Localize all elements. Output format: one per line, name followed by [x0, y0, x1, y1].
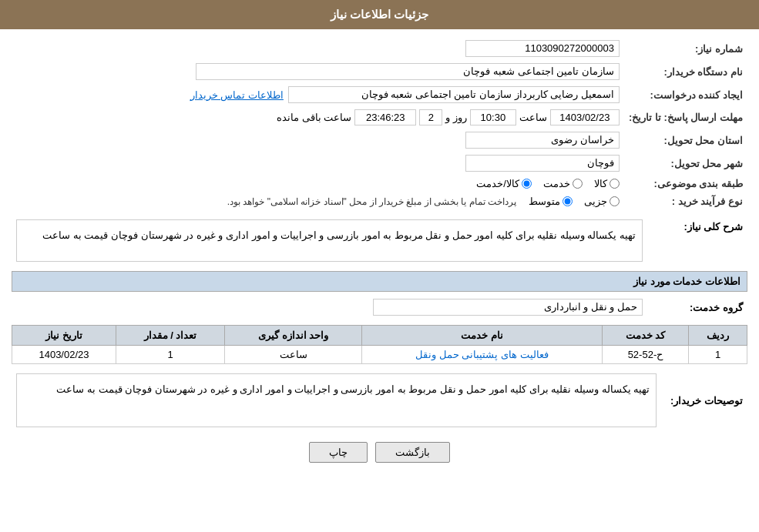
tabaqe-group: کالا خدمت کالا/خدمت — [16, 178, 620, 189]
noeFarayand-label: نوع فرآیند خرید : — [624, 192, 747, 210]
page-title: جزئیات اطلاعات نیاز — [331, 8, 428, 21]
col-unit: واحد اندازه گیری — [225, 326, 362, 346]
mohlat-time: 10:30 — [470, 109, 516, 125]
tabaqe-kala-khedmat-label: کالا/خدمت — [476, 178, 519, 189]
back-button[interactable]: بازگشت — [375, 442, 450, 463]
sharhKoli-label: شرح کلی نیاز: — [647, 216, 747, 265]
tabaqe-khedmat-radio[interactable] — [573, 179, 583, 189]
noeFarayand-motavasset-radio[interactable] — [563, 196, 573, 206]
table-row: 1ح-52-52فعالیت های پشتیبانی حمل ونقلساعت… — [12, 346, 747, 364]
tabaqe-kala-radio[interactable] — [610, 179, 620, 189]
tabaqe-kala-label: کالا — [594, 178, 607, 189]
buttons-row: بازگشت چاپ — [12, 442, 747, 463]
sharhKoli-value: تهیه یکساله وسیله نقلیه برای کلیه امور ح… — [16, 219, 643, 262]
khadamat-section-header: اطلاعات خدمات مورد نیاز — [12, 271, 747, 292]
tabaqe-kala-khedmat-item: کالا/خدمت — [476, 178, 532, 189]
ijadKonande-value: اسمعیل رضایی کاربرداز سازمان تامین اجتما… — [288, 86, 620, 103]
ostan-label: استان محل تحویل: — [624, 129, 747, 152]
noeFarayand-jozyi-radio[interactable] — [610, 196, 620, 206]
shahr-value: فوچان — [465, 155, 620, 172]
tabaqe-kala-khedmat-radio[interactable] — [522, 179, 532, 189]
mohlat-remaining-label: ساعت باقی مانده — [277, 112, 351, 123]
print-button[interactable]: چاپ — [309, 442, 368, 463]
col-radif: ردیف — [689, 326, 747, 346]
tabaqe-kala-item: کالا — [594, 178, 620, 189]
mohlat-date: 1403/02/23 — [550, 109, 620, 125]
tabaqe-khedmat-label: خدمت — [543, 178, 570, 189]
page-container: جزئیات اطلاعات نیاز شماره نیاز: 11030902… — [0, 0, 759, 532]
page-header: جزئیات اطلاعات نیاز — [0, 0, 759, 29]
namDastgah-value: سازمان تامین اجتماعی شعبه فوچان — [196, 63, 620, 80]
cell-date: 1403/02/23 — [12, 346, 116, 364]
namDastgah-label: نام دستگاه خریدار: — [624, 60, 747, 83]
cell-count: 1 — [116, 346, 224, 364]
mohlat-row: 1403/02/23 ساعت 10:30 روز و 2 23:46:23 س… — [16, 109, 620, 125]
col-code: کد خدمت — [602, 326, 689, 346]
shomareNiaz-label: شماره نیاز: — [624, 37, 747, 60]
ittasal-link[interactable]: اطلاعات تماس خریدار — [190, 89, 284, 101]
tosih-table: توصیحات خریدار: تهیه یکساله وسیله نقلیه … — [12, 370, 747, 430]
basic-info-table: شماره نیاز: 1103090272000003 نام دستگاه … — [12, 37, 747, 210]
col-count: تعداد / مقدار — [116, 326, 224, 346]
col-name: نام خدمت — [362, 326, 602, 346]
noeFarayand-motavasset-label: متوسط — [529, 196, 560, 207]
shomareNiaz-value: 1103090272000003 — [465, 40, 620, 57]
sharh-table: شرح کلی نیاز: تهیه یکساله وسیله نقلیه بر… — [12, 216, 747, 265]
shahr-label: شهر محل تحویل: — [624, 152, 747, 175]
mohlat-days: 2 — [419, 109, 442, 125]
groheKhedmat-value: حمل و نقل و انبارداری — [373, 299, 643, 316]
noeFarayand-row: جزیی متوسط پرداخت تمام یا بخشی از مبلغ خ… — [16, 196, 620, 207]
cell-name[interactable]: فعالیت های پشتیبانی حمل ونقل — [362, 346, 602, 364]
noeFarayand-group: جزیی متوسط — [529, 196, 620, 207]
ijadKonande-row: اسمعیل رضایی کاربرداز سازمان تامین اجتما… — [16, 86, 620, 103]
mohlat-remaining: 23:46:23 — [354, 109, 416, 125]
toseihKharidar-value: تهیه یکساله وسیله نقلیه برای کلیه امور ح… — [16, 373, 657, 427]
noeFarayand-motavasset-item: متوسط — [529, 196, 573, 207]
groheKhedmat-label: گروه خدمت: — [647, 296, 747, 319]
grohe-table: گروه خدمت: حمل و نقل و انبارداری — [12, 296, 747, 319]
ijadKonande-label: ایجاد کننده درخواست: — [624, 83, 747, 106]
noeFarayand-note: پرداخت تمام یا بخشی از مبلغ خریدار از مح… — [227, 196, 516, 207]
tabaqe-label: طبقه بندی موضوعی: — [624, 175, 747, 192]
noeFarayand-jozyi-label: جزیی — [584, 196, 607, 207]
ostan-value: خراسان رضوی — [465, 132, 620, 149]
content-area: شماره نیاز: 1103090272000003 نام دستگاه … — [0, 29, 759, 482]
mohlat-label: مهلت ارسال پاسخ: تا تاریخ: — [624, 106, 747, 129]
cell-code: ح-52-52 — [602, 346, 689, 364]
toseihKharidar-label: توصیحات خریدار: — [661, 370, 747, 430]
services-table: ردیف کد خدمت نام خدمت واحد اندازه گیری ت… — [12, 325, 747, 364]
cell-radif: 1 — [689, 346, 747, 364]
tabaqe-khedmat-item: خدمت — [543, 178, 583, 189]
noeFarayand-jozyi-item: جزیی — [584, 196, 620, 207]
mohlat-time-label: ساعت — [519, 112, 547, 123]
mohlat-days-label: روز و — [445, 112, 467, 123]
col-date: تاریخ نیاز — [12, 326, 116, 346]
cell-unit: ساعت — [225, 346, 362, 364]
